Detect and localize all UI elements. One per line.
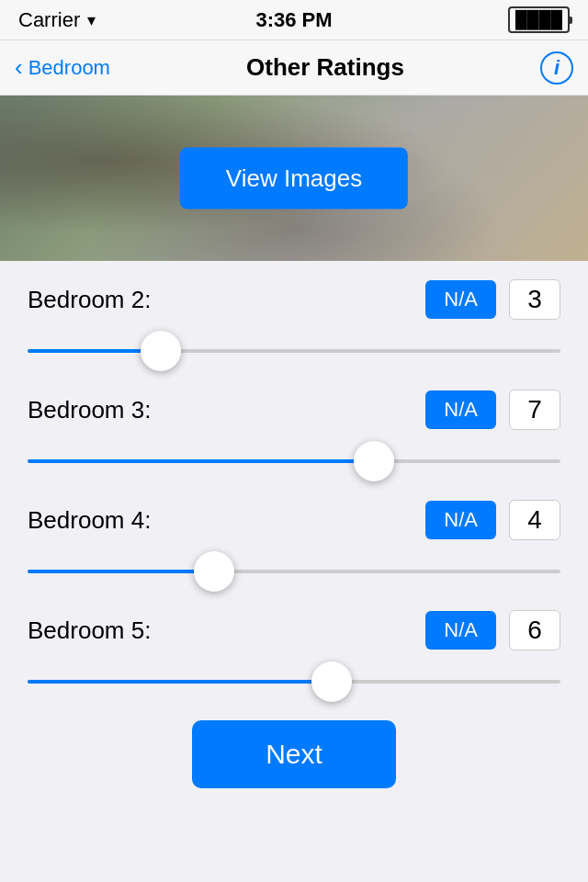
slider-header-bedroom4: Bedroom 4: N/A 4 [28, 500, 560, 540]
slider-label-bedroom2: Bedroom 2: [28, 286, 151, 314]
slider-label-bedroom3: Bedroom 3: [28, 396, 151, 424]
slider-section-bedroom5: Bedroom 5: N/A 6 [28, 610, 560, 702]
next-button[interactable]: Next [192, 720, 396, 788]
next-button-container: Next [28, 720, 560, 807]
content-area: Bedroom 2: N/A 3 Bedroom 3: N/A 7 [0, 261, 588, 825]
slider-thumb-bedroom4[interactable] [194, 551, 234, 592]
slider-label-bedroom5: Bedroom 5: [28, 616, 151, 645]
info-button[interactable]: i [540, 51, 573, 85]
carrier-label: Carrier ▾ [18, 8, 96, 32]
image-area: View Images [0, 96, 588, 261]
slider-section-bedroom3: Bedroom 3: N/A 7 [28, 390, 560, 481]
slider-thumb-bedroom5[interactable] [311, 662, 352, 702]
slider-track-bedroom3[interactable] [28, 441, 560, 481]
track-fill-bedroom4 [28, 570, 214, 573]
slider-controls-bedroom4: N/A 4 [425, 500, 560, 540]
slider-thumb-bedroom2[interactable] [141, 331, 181, 371]
slider-track-bedroom4[interactable] [28, 551, 560, 592]
back-button[interactable]: ‹ Bedroom [15, 53, 110, 82]
slider-controls-bedroom3: N/A 7 [425, 390, 560, 430]
track-fill-bedroom5 [28, 680, 332, 684]
slider-thumb-bedroom3[interactable] [354, 441, 394, 481]
nav-bar: ‹ Bedroom Other Ratings i [0, 40, 588, 96]
view-images-button[interactable]: View Images [180, 148, 408, 209]
slider-header-bedroom3: Bedroom 3: N/A 7 [28, 390, 560, 430]
page-title: Other Ratings [246, 53, 404, 82]
na-button-bedroom4[interactable]: N/A [425, 501, 496, 539]
na-button-bedroom2[interactable]: N/A [425, 280, 496, 319]
slider-controls-bedroom5: N/A 6 [425, 610, 560, 650]
slider-controls-bedroom2: N/A 3 [425, 279, 560, 320]
back-label: Bedroom [28, 56, 110, 80]
slider-track-bedroom2[interactable] [28, 331, 560, 371]
track-fill-bedroom3 [28, 459, 374, 463]
slider-label-bedroom4: Bedroom 4: [28, 506, 151, 535]
value-box-bedroom2: 3 [509, 279, 560, 320]
value-box-bedroom5: 6 [509, 610, 560, 650]
na-button-bedroom5[interactable]: N/A [425, 611, 496, 650]
value-box-bedroom3: 7 [509, 390, 560, 430]
slider-header-bedroom2: Bedroom 2: N/A 3 [28, 279, 560, 320]
chevron-left-icon: ‹ [15, 53, 23, 82]
na-button-bedroom3[interactable]: N/A [425, 390, 496, 429]
slider-section-bedroom2: Bedroom 2: N/A 3 [28, 279, 560, 371]
slider-section-bedroom4: Bedroom 4: N/A 4 [28, 500, 560, 592]
info-icon: i [554, 56, 560, 80]
status-bar: Carrier ▾ 3:36 PM ████ [0, 0, 588, 40]
slider-header-bedroom5: Bedroom 5: N/A 6 [28, 610, 560, 650]
wifi-icon: ▾ [87, 10, 96, 30]
value-box-bedroom4: 4 [509, 500, 560, 540]
status-time: 3:36 PM [255, 8, 332, 32]
slider-track-bedroom5[interactable] [28, 662, 560, 702]
battery-icon: ████ [508, 6, 570, 33]
